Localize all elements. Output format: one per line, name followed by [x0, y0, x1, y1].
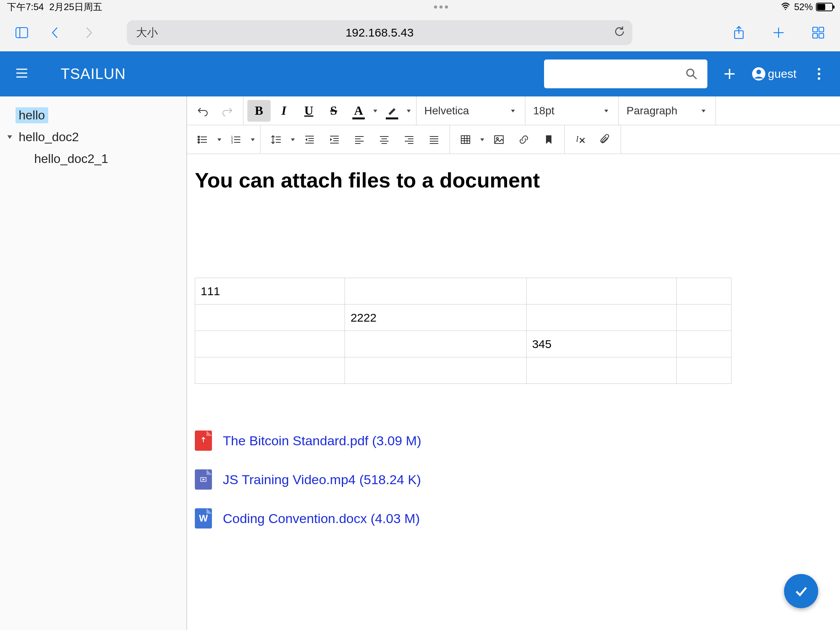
- svg-marker-86: [203, 478, 205, 481]
- table-cell[interactable]: [345, 357, 527, 384]
- video-file-icon: [195, 469, 212, 490]
- attachment-link[interactable]: The Bitcoin Standard.pdf (3.09 M): [223, 433, 421, 448]
- svg-point-21: [818, 73, 820, 75]
- more-menu-icon[interactable]: [812, 67, 826, 81]
- highlight-caret-icon[interactable]: [404, 108, 413, 114]
- svg-point-29: [198, 136, 200, 138]
- svg-marker-25: [407, 110, 411, 112]
- text-color-button[interactable]: A: [347, 100, 370, 122]
- svg-marker-47: [291, 138, 295, 141]
- numbered-caret-icon[interactable]: [248, 137, 257, 142]
- new-tab-icon[interactable]: [768, 22, 789, 44]
- attachment-button[interactable]: [593, 129, 617, 150]
- table-cell[interactable]: [676, 331, 731, 357]
- table-cell[interactable]: [527, 357, 676, 384]
- italic-button[interactable]: I: [272, 100, 296, 122]
- indent-button[interactable]: [323, 129, 346, 150]
- table-cell[interactable]: [676, 357, 731, 384]
- table-cell[interactable]: 111: [195, 278, 345, 304]
- clear-formatting-button[interactable]: I: [569, 129, 592, 150]
- svg-point-0: [785, 9, 786, 10]
- status-time: 下午7:54: [7, 1, 44, 13]
- attachment-item: JS Training Video.mp4 (518.24 K): [195, 469, 832, 490]
- svg-point-14: [687, 69, 694, 76]
- align-center-button[interactable]: [373, 129, 396, 150]
- sidebar-toggle-icon[interactable]: [11, 22, 33, 44]
- attachment-link[interactable]: JS Training Video.mp4 (518.24 K): [223, 472, 421, 487]
- redo-button[interactable]: [216, 100, 239, 122]
- undo-button[interactable]: [191, 100, 214, 122]
- tabs-overview-icon[interactable]: [807, 22, 829, 44]
- bullet-caret-icon[interactable]: [215, 137, 224, 142]
- table-cell[interactable]: [676, 278, 731, 304]
- highlight-button[interactable]: [380, 100, 404, 122]
- wifi-icon: [780, 2, 791, 12]
- content-table[interactable]: 111 2222 345: [195, 278, 732, 384]
- align-right-button[interactable]: [397, 129, 421, 150]
- table-cell[interactable]: [195, 304, 345, 331]
- tree-item-hello-doc2[interactable]: hello_doc2: [0, 126, 186, 148]
- svg-point-22: [818, 77, 820, 80]
- insert-link-button[interactable]: [512, 129, 536, 150]
- tree-item-hello[interactable]: hello: [0, 104, 186, 126]
- table-cell[interactable]: 345: [527, 331, 676, 357]
- table-cell[interactable]: [345, 331, 527, 357]
- svg-rect-10: [819, 33, 824, 38]
- user-menu[interactable]: guest: [752, 67, 796, 81]
- bold-button[interactable]: B: [247, 100, 271, 122]
- underline-button[interactable]: U: [297, 100, 320, 122]
- insert-image-button[interactable]: [487, 129, 511, 150]
- table-cell[interactable]: [345, 278, 527, 304]
- text-color-caret-icon[interactable]: [371, 108, 380, 114]
- table-cell[interactable]: [527, 304, 676, 331]
- app-header: TSAILUN guest: [0, 51, 840, 96]
- add-button[interactable]: [723, 67, 736, 80]
- table-row: 111: [195, 278, 732, 304]
- app-title: TSAILUN: [61, 66, 126, 82]
- reload-icon[interactable]: [614, 26, 625, 40]
- back-button[interactable]: [44, 22, 66, 44]
- table-cell[interactable]: [676, 304, 731, 331]
- attachment-link[interactable]: Coding Convention.docx (4.03 M): [223, 511, 420, 526]
- multitask-dots[interactable]: [434, 5, 448, 9]
- svg-marker-79: [480, 138, 484, 141]
- document-tree: hello hello_doc2 hello_doc2_1: [0, 96, 187, 630]
- align-justify-button[interactable]: [422, 129, 446, 150]
- editor-toolbar-1: B I U S A Helvetica 18pt Paragraph: [187, 96, 840, 125]
- tree-caret-icon[interactable]: [4, 133, 16, 140]
- svg-rect-8: [819, 27, 824, 32]
- strikethrough-button[interactable]: S: [322, 100, 345, 122]
- paragraph-style-select[interactable]: Paragraph: [619, 96, 716, 125]
- check-icon: [793, 583, 809, 599]
- forward-button: [78, 22, 100, 44]
- svg-marker-57: [330, 138, 332, 141]
- table-row: [195, 357, 732, 384]
- font-family-select[interactable]: Helvetica: [416, 96, 525, 125]
- bookmark-button[interactable]: [537, 129, 560, 150]
- search-input[interactable]: [544, 60, 707, 88]
- table-cell[interactable]: [527, 278, 676, 304]
- bullet-list-button[interactable]: [191, 129, 214, 150]
- table-cell[interactable]: [195, 357, 345, 384]
- line-height-button[interactable]: [264, 129, 288, 150]
- fab-confirm-button[interactable]: [784, 574, 818, 608]
- address-bar[interactable]: 大小 192.168.5.43: [127, 20, 632, 45]
- insert-table-button[interactable]: [454, 129, 477, 150]
- outdent-button[interactable]: [298, 129, 321, 150]
- font-size-value: 18pt: [533, 105, 555, 117]
- tree-item-hello-doc2-1[interactable]: hello_doc2_1: [0, 148, 186, 170]
- table-cell[interactable]: 2222: [345, 304, 527, 331]
- table-caret-icon[interactable]: [478, 137, 486, 142]
- align-left-button[interactable]: [348, 129, 371, 150]
- font-size-select[interactable]: 18pt: [525, 96, 619, 125]
- reader-size-label[interactable]: 大小: [136, 25, 158, 40]
- hamburger-icon[interactable]: [14, 65, 30, 82]
- share-icon[interactable]: [728, 22, 750, 44]
- battery-percent: 52%: [794, 2, 813, 12]
- document-body[interactable]: You can attach files to a document 111 2…: [187, 154, 840, 630]
- line-height-caret-icon[interactable]: [289, 137, 297, 142]
- pdf-file-icon: [195, 430, 212, 451]
- svg-rect-9: [813, 33, 817, 38]
- table-cell[interactable]: [195, 331, 345, 357]
- numbered-list-button[interactable]: 123: [224, 129, 248, 150]
